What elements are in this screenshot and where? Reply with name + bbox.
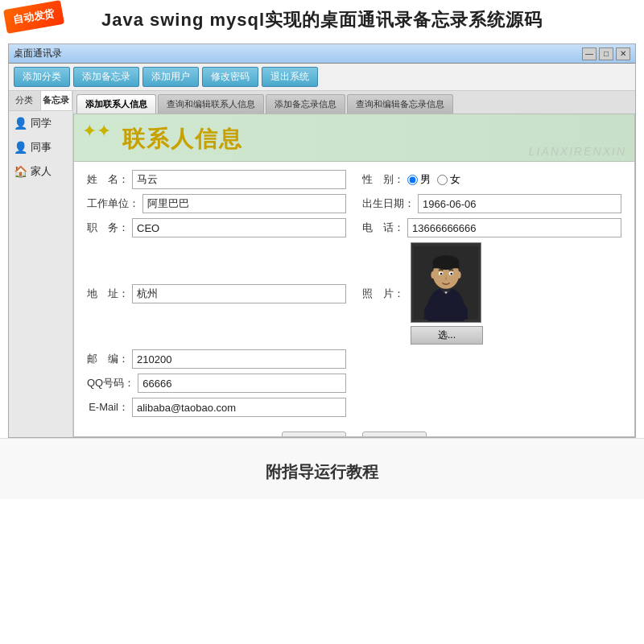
save-button[interactable]: 保 存 (362, 431, 427, 437)
sidebar-item-family[interactable]: 🏠 家人 (9, 159, 72, 184)
input-name[interactable] (132, 170, 346, 189)
sidebar-item-colleagues-label: 同事 (31, 140, 52, 155)
select-photo-button[interactable]: 选... (411, 326, 483, 345)
family-icon: 🏠 (14, 165, 27, 178)
row-email: E-Mail： (87, 398, 346, 417)
row-name: 姓 名： (87, 170, 346, 189)
label-phone: 电 话： (362, 221, 404, 235)
change-password-button[interactable]: 修改密码 (202, 67, 258, 87)
label-birthday: 出生日期： (362, 196, 415, 211)
minimize-button[interactable]: — (582, 47, 597, 60)
row-birthday: 出生日期： (362, 194, 621, 213)
photo-image (414, 245, 478, 321)
label-email: E-Mail： (87, 400, 129, 415)
input-workplace[interactable] (142, 194, 346, 213)
colleagues-icon: 👤 (14, 141, 27, 154)
window-controls: — □ ✕ (582, 47, 630, 60)
row-phone: 电 话： (362, 218, 621, 237)
svg-rect-6 (433, 262, 460, 268)
label-qq: QQ号码： (87, 376, 134, 390)
app-window: 桌面通讯录 — □ ✕ 添加分类 添加备忘录 添加用户 修改密码 退出系统 分类… (8, 43, 636, 438)
label-name: 姓 名： (87, 172, 129, 187)
form-header: ✦✦ 联系人信息 LIANXIRENXIN (74, 114, 634, 162)
bottom-area: 附指导运行教程 (0, 438, 644, 499)
add-memo-button[interactable]: 添加备忘录 (73, 67, 139, 87)
exit-button[interactable]: 退出系统 (262, 67, 318, 87)
input-address[interactable] (132, 284, 346, 303)
bottom-text: 附指导运行教程 (0, 461, 644, 483)
tab-add-contact[interactable]: 添加联系人信息 (76, 94, 156, 114)
photo-area: 选... (411, 242, 483, 345)
tab-memo[interactable]: 备忘录 (41, 91, 73, 110)
label-position: 职 务： (87, 221, 129, 235)
input-birthday[interactable] (418, 194, 621, 213)
window-titlebar: 桌面通讯录 — □ ✕ (9, 44, 635, 64)
svg-point-9 (440, 272, 443, 275)
label-gender: 性 别： (362, 172, 404, 187)
form-body: 姓 名： 性 别： 男 女 (74, 162, 634, 425)
label-workplace: 工作单位： (87, 196, 139, 211)
input-position[interactable] (132, 218, 346, 237)
radio-group-gender: 男 女 (407, 172, 460, 187)
sidebar-item-family-label: 家人 (31, 164, 52, 179)
input-postal[interactable] (132, 349, 346, 369)
input-phone[interactable] (407, 218, 621, 237)
tab-query-contact[interactable]: 查询和编辑联系人信息 (158, 94, 264, 114)
add-user-button[interactable]: 添加用户 (142, 67, 199, 87)
radio-female[interactable]: 女 (437, 172, 460, 187)
form-actions: 添 加 保 存 (74, 425, 634, 437)
label-address: 地 址： (87, 287, 129, 301)
main-area: 分类 备忘录 👤 同学 👤 同事 🏠 家人 添加联系人信息 查询和编辑联系人信息 (9, 91, 635, 437)
header-watermark: LIANXIRENXIN (529, 145, 626, 158)
input-email[interactable] (132, 398, 346, 417)
row-photo-label: 照 片： (362, 242, 621, 345)
tab-category[interactable]: 分类 (9, 91, 41, 110)
sidebar-item-classmates[interactable]: 👤 同学 (9, 111, 72, 135)
form-panel: ✦✦ 联系人信息 LIANXIRENXIN 姓 名： 性 别： (73, 114, 635, 437)
row-gender: 性 别： 男 女 (362, 170, 621, 189)
svg-point-10 (450, 272, 452, 275)
label-postal: 邮 编： (87, 352, 129, 366)
tab-add-memo[interactable]: 添加备忘录信息 (266, 94, 345, 114)
header-stars: ✦✦ (82, 121, 111, 142)
row-workplace: 工作单位： (87, 194, 346, 213)
row-position: 职 务： (87, 218, 346, 237)
radio-male[interactable]: 男 (407, 172, 431, 187)
radio-male-label: 男 (420, 172, 431, 187)
content-area: 添加联系人信息 查询和编辑联系人信息 添加备忘录信息 查询和编辑备忘录信息 ✦✦… (73, 91, 635, 437)
sidebar-tabs: 分类 备忘录 (9, 91, 72, 111)
svg-point-12 (456, 270, 460, 278)
add-category-button[interactable]: 添加分类 (14, 67, 70, 87)
row-qq: QQ号码： (87, 374, 346, 393)
sidebar: 分类 备忘录 👤 同学 👤 同事 🏠 家人 (9, 91, 73, 437)
sidebar-item-classmates-label: 同学 (31, 116, 52, 130)
close-button[interactable]: ✕ (616, 47, 630, 60)
radio-female-input[interactable] (437, 175, 448, 185)
classmates-icon: 👤 (14, 117, 27, 130)
radio-male-input[interactable] (407, 175, 418, 185)
photo-box (411, 242, 481, 323)
toolbar: 添加分类 添加备忘录 添加用户 修改密码 退出系统 (9, 64, 635, 91)
banner-title: Java swing mysql实现的桌面通讯录备忘录系统源码 (0, 8, 644, 32)
radio-female-label: 女 (450, 172, 460, 187)
maximize-button[interactable]: □ (599, 47, 613, 60)
input-qq[interactable] (138, 374, 346, 393)
label-photo: 照 片： (362, 287, 404, 301)
tab-query-memo[interactable]: 查询和编辑备忘录信息 (347, 94, 453, 114)
window-title: 桌面通讯录 (14, 47, 62, 60)
top-banner: 自动发货 Java swing mysql实现的桌面通讯录备忘录系统源码 (0, 0, 644, 39)
sidebar-item-colleagues[interactable]: 👤 同事 (9, 135, 72, 159)
form-header-title: 联系人信息 (122, 126, 243, 151)
row-postal: 邮 编： (87, 349, 346, 369)
content-tabs: 添加联系人信息 查询和编辑联系人信息 添加备忘录信息 查询和编辑备忘录信息 (73, 91, 635, 114)
svg-point-11 (431, 270, 435, 278)
row-address: 地 址： (87, 242, 346, 345)
add-button[interactable]: 添 加 (282, 431, 346, 437)
